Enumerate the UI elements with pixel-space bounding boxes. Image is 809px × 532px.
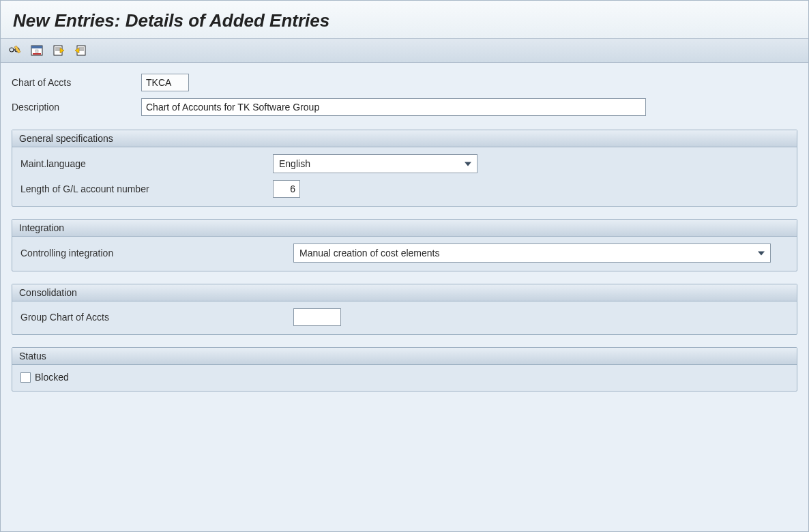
integration-group: Integration Controlling integration Manu… bbox=[12, 219, 797, 271]
toolbar bbox=[1, 39, 808, 63]
svg-rect-5 bbox=[31, 46, 42, 48]
content-area: Chart of Accts Description General speci… bbox=[1, 63, 808, 402]
header-fields: Chart of Accts Description bbox=[12, 74, 797, 116]
delete-icon bbox=[31, 45, 43, 56]
general-spec-group: General specifications Maint.language En… bbox=[12, 130, 797, 207]
chart-of-accts-label: Chart of Accts bbox=[12, 77, 141, 88]
consolidation-title: Consolidation bbox=[12, 284, 797, 301]
svg-point-0 bbox=[10, 48, 14, 52]
consolidation-group: Consolidation Group Chart of Accts bbox=[12, 284, 797, 335]
integration-title: Integration bbox=[12, 220, 797, 237]
general-spec-title: General specifications bbox=[12, 130, 797, 147]
blocked-label: Blocked bbox=[35, 372, 69, 383]
group-chart-field[interactable] bbox=[293, 308, 341, 326]
status-group: Status Blocked bbox=[12, 347, 797, 391]
description-field[interactable] bbox=[141, 98, 646, 116]
svg-rect-6 bbox=[33, 53, 41, 55]
chevron-down-icon bbox=[758, 252, 765, 256]
group-chart-label: Group Chart of Accts bbox=[20, 312, 293, 323]
maint-language-label: Maint.language bbox=[20, 158, 273, 169]
svg-rect-7 bbox=[35, 50, 38, 53]
glasses-pencil-icon bbox=[9, 45, 21, 56]
previous-entry-icon bbox=[53, 45, 65, 56]
description-label: Description bbox=[12, 102, 141, 113]
previous-entry-button[interactable] bbox=[51, 43, 66, 58]
gl-length-field[interactable] bbox=[273, 180, 300, 198]
change-display-button[interactable] bbox=[8, 43, 23, 58]
controlling-integration-value: Manual creation of cost elements bbox=[299, 248, 439, 258]
gl-length-label: Length of G/L account number bbox=[20, 183, 273, 194]
chevron-down-icon bbox=[465, 162, 471, 166]
blocked-checkbox[interactable] bbox=[20, 372, 31, 383]
window-root: New Entries: Details of Added Entries bbox=[0, 0, 809, 532]
next-entry-icon bbox=[74, 45, 87, 56]
next-entry-button[interactable] bbox=[73, 43, 88, 58]
chart-of-accts-field[interactable] bbox=[141, 74, 189, 91]
status-title: Status bbox=[12, 348, 797, 365]
titlebar: New Entries: Details of Added Entries bbox=[1, 1, 808, 39]
maint-language-select[interactable]: English bbox=[273, 154, 477, 173]
controlling-integration-label: Controlling integration bbox=[20, 248, 293, 258]
controlling-integration-select[interactable]: Manual creation of cost elements bbox=[293, 243, 771, 263]
maint-language-value: English bbox=[279, 158, 310, 169]
delete-button[interactable] bbox=[29, 43, 44, 58]
page-title: New Entries: Details of Added Entries bbox=[13, 10, 796, 31]
